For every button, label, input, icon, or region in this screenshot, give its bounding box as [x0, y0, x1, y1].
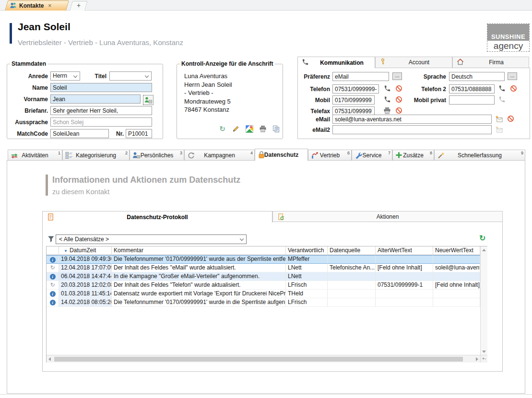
- tab-firma[interactable]: Firma: [452, 57, 529, 68]
- sort-desc-icon[interactable]: ▼: [64, 249, 68, 253]
- section-title: Informationen und Aktionen zum Datenschu…: [52, 175, 240, 185]
- logo-line1: SUNSHINE: [491, 33, 525, 41]
- cell: [Feld ohne Inhalt]: [433, 281, 480, 290]
- tab-aktionen[interactable]: Aktionen: [272, 211, 503, 222]
- column-header[interactable]: AlterWertText: [376, 246, 433, 255]
- matchcode-field[interactable]: [50, 129, 109, 138]
- praeferenz-more-button[interactable]: ...: [392, 72, 402, 80]
- mobilprivat-field[interactable]: [449, 95, 495, 105]
- refresh-icon[interactable]: ↻: [479, 234, 485, 243]
- fax-button[interactable]: [383, 106, 391, 115]
- cell: THeld: [286, 290, 328, 298]
- horizontal-scrollbar[interactable]: [47, 355, 480, 363]
- telefon-label: Telefon: [296, 85, 330, 94]
- stammdaten-legend: Stammdaten: [10, 60, 47, 67]
- column-header[interactable]: Verantwortlich: [286, 246, 328, 255]
- telefon2-field[interactable]: [449, 84, 495, 94]
- filter-select[interactable]: < Alle Datensätze >: [56, 234, 247, 244]
- protocol-table-header: ▼DatumZeitKommentarVerantwortlichDatenqu…: [47, 246, 480, 255]
- scroll-down-icon[interactable]: [482, 351, 486, 353]
- vorname-field[interactable]: [50, 94, 141, 104]
- tab-service[interactable]: Service7: [352, 150, 392, 161]
- copy-address-button[interactable]: [272, 125, 280, 133]
- table-row[interactable]: i06.04.2018 14:47:44In die Kampagne "Gro…: [47, 272, 480, 281]
- info-icon: i: [50, 257, 56, 263]
- email-field[interactable]: [332, 115, 492, 124]
- email2-field[interactable]: [332, 125, 492, 134]
- table-row[interactable]: i01.03.2018 11:45:14Datensatz wurde expo…: [47, 290, 480, 298]
- cell: 14.02.2018 08:05:26: [59, 298, 112, 307]
- scrollbar-thumb[interactable]: [54, 357, 463, 362]
- pencil-icon: [232, 125, 239, 132]
- tab-zusaetze[interactable]: Zusätze8: [392, 150, 434, 161]
- tab-vertrieb[interactable]: Vertrieb6: [308, 150, 352, 161]
- column-header[interactable]: NeuerWertText: [433, 246, 480, 255]
- phone-icon: [498, 85, 506, 92]
- edit-address-button[interactable]: [232, 125, 240, 133]
- tab-datenschutz-protokoll[interactable]: Datenschutz-Protokoll: [42, 211, 272, 222]
- column-adjust-button[interactable]: +-: [480, 355, 487, 363]
- tab-aktivitaeten[interactable]: Aktivitäten1: [8, 150, 62, 161]
- tab-kommunikation[interactable]: Kommunikation: [297, 57, 375, 68]
- table-row[interactable]: i19.04.2018 09:49:30Die Telefonnummer '0…: [47, 255, 480, 264]
- window-bottom-edge: [0, 394, 532, 395]
- chevron-down-icon: [145, 74, 149, 78]
- add-person-button[interactable]: [143, 95, 154, 105]
- sync-address-button[interactable]: ↻: [218, 125, 226, 133]
- block-telefon-icon[interactable]: [395, 84, 403, 93]
- telefon-field[interactable]: [332, 84, 379, 94]
- maps-button[interactable]: [245, 125, 253, 133]
- mail-new-icon: [495, 126, 503, 133]
- nr-label: Nr.: [109, 129, 124, 139]
- tab-schnellerfassung[interactable]: Schnellerfassung9: [434, 150, 525, 161]
- briefanr-field[interactable]: [50, 106, 152, 115]
- titel-select[interactable]: [109, 71, 152, 81]
- tab-kontakte[interactable]: Kontakte ×: [5, 0, 66, 11]
- call-mobilprivat-button[interactable]: [498, 95, 506, 104]
- aussprache-field[interactable]: [50, 117, 152, 127]
- tab-kampagnen[interactable]: Kampagnen4: [184, 150, 255, 161]
- block-email-icon[interactable]: [507, 115, 515, 123]
- tab-datenschutz[interactable]: Datenschutz: [255, 149, 308, 161]
- scroll-up-icon[interactable]: [482, 249, 486, 251]
- scroll-right-icon[interactable]: [476, 357, 478, 361]
- block-telefax-icon[interactable]: [395, 106, 403, 115]
- tab-account[interactable]: Account: [375, 57, 452, 68]
- cell: [328, 272, 376, 281]
- table-row[interactable]: ↻12.04.2018 17:07:09Der Inhalt des Felde…: [47, 264, 480, 272]
- new-tab-button[interactable]: +: [71, 1, 86, 11]
- column-header[interactable]: Datenquelle: [328, 246, 376, 255]
- tab-persoenliches[interactable]: Persönliches3: [130, 150, 184, 161]
- column-header[interactable]: Kommentar: [112, 246, 286, 255]
- print-address-button[interactable]: [259, 125, 267, 133]
- column-header[interactable]: ▼DatumZeit: [59, 246, 112, 255]
- call-telefon-button[interactable]: [383, 84, 391, 93]
- table-row[interactable]: i14.02.2018 08:05:26Die Telefonnummer '0…: [47, 298, 480, 307]
- cell: [328, 281, 376, 290]
- sprache-more-button[interactable]: ...: [508, 72, 517, 80]
- nr-field[interactable]: [126, 129, 152, 138]
- cell: [433, 272, 480, 281]
- column-header-icon[interactable]: [47, 246, 59, 255]
- sprache-field[interactable]: [449, 72, 505, 81]
- call-mobil-button[interactable]: [383, 95, 391, 104]
- tab-kategorisierung[interactable]: Kategorisierung2: [62, 150, 130, 161]
- cell: ↻: [47, 264, 59, 272]
- new-email2-button[interactable]: [495, 125, 503, 133]
- mobil-field[interactable]: [332, 95, 375, 105]
- tab-close-icon[interactable]: ×: [48, 2, 51, 9]
- table-row[interactable]: ↻20.03.2018 12:02:08Der Inhalt des Felde…: [47, 281, 480, 290]
- titel-label: Titel: [83, 72, 106, 81]
- block-telefon2-icon[interactable]: [509, 84, 518, 93]
- call-telefon2-button[interactable]: [498, 84, 506, 93]
- cell: 06.04.2018 14:47:44: [59, 272, 112, 281]
- vertical-scrollbar[interactable]: [480, 246, 487, 355]
- new-email-button[interactable]: [495, 115, 503, 123]
- praeferenz-field[interactable]: [332, 72, 389, 81]
- mobilprivat-label: Mobil privat: [405, 96, 446, 105]
- scroll-left-icon[interactable]: [48, 357, 51, 361]
- anrede-select[interactable]: Herrn: [50, 71, 80, 81]
- block-mobil-icon[interactable]: [395, 95, 403, 104]
- sync-icon: ↻: [50, 264, 55, 271]
- name-field[interactable]: [50, 83, 152, 92]
